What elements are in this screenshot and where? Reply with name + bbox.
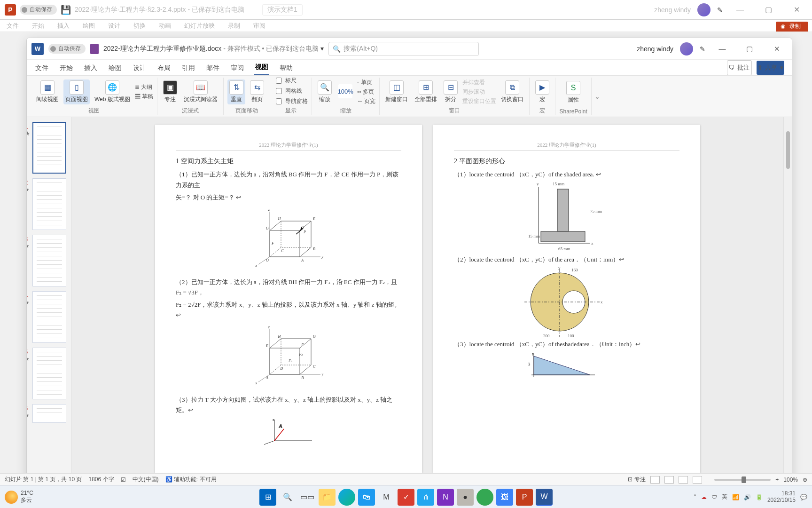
edge-icon[interactable] [338,489,355,506]
share-button[interactable]: ⇧ 共享 ▾ [757,61,784,75]
thumbnail-2[interactable]: 2★ [32,178,66,230]
pp-share-button[interactable]: ◉ 录制 [776,22,808,32]
todo-icon[interactable]: ✓ [398,489,414,506]
web-view-button[interactable] [679,476,688,484]
nav-pane-checkbox[interactable]: 导航窗格 [274,97,308,106]
one-page-button[interactable]: ▫ 单页 [357,79,375,87]
vertical-scrollbar[interactable] [783,117,792,508]
properties-button[interactable]: S属性 [564,80,582,105]
pp-tab[interactable]: 设计 [105,20,123,32]
zoom-in-button[interactable]: + [775,476,779,483]
onenote-icon[interactable]: N [437,489,454,506]
wechat-icon[interactable] [476,489,493,506]
multi-page-button[interactable]: ▫▫ 多页 [357,88,375,96]
language-icon[interactable]: 英 [722,493,727,501]
arrange-all-button[interactable]: ⊞全部重排 [413,79,439,104]
side-to-side-button[interactable]: ⇆翻页 [248,79,266,104]
tab-home[interactable]: 开始 [59,61,74,75]
accessibility-indicator[interactable]: ♿ 辅助功能: 不可用 [165,476,217,484]
tab-view[interactable]: 视图 [254,60,269,75]
pp-tab[interactable]: 幻灯片放映 [181,20,218,32]
thumbnail-5[interactable]: 5★ [32,348,66,399]
powerpoint-taskbar-icon[interactable]: P [516,489,533,506]
tab-layout[interactable]: 布局 [156,61,172,75]
tab-mailings[interactable]: 邮件 [205,61,220,75]
volume-icon[interactable]: 🔊 [744,494,751,500]
print-layout-button[interactable]: ▯页面视图 [63,79,90,104]
immersive-reader-button[interactable]: 📖沉浸式阅读器 [182,79,219,104]
word-maximize-button[interactable]: ▢ [739,45,760,53]
pp-secondary-tab[interactable]: 演示文档1 [262,4,303,16]
zoom-out-button[interactable]: – [707,476,710,483]
new-window-button[interactable]: ◫新建窗口 [383,79,410,104]
spellcheck-icon[interactable]: ☑ [121,476,126,483]
thumbnail-6[interactable]: 6★ [32,404,66,423]
weather-widget[interactable]: 21°C多云 [5,490,33,504]
tab-design[interactable]: 设计 [132,61,147,75]
tab-insert[interactable]: 插入 [83,61,98,75]
focus-mode-button[interactable]: ▣专注 [161,79,179,104]
fit-window-button[interactable]: ⊕ [803,476,807,483]
pen-icon[interactable]: ✎ [700,45,705,53]
pp-minimize-button[interactable]: — [729,6,751,14]
pp-close-button[interactable]: ✕ [786,5,807,14]
clock[interactable]: 18:312022/10/15 [767,491,796,504]
battery-icon[interactable]: 🔋 [756,494,763,500]
zoom-100-button[interactable]: 100% [336,83,354,100]
thumbnail-pane[interactable]: 1★ 2★ 3★ 4★ 5★ 6★ [27,117,72,508]
word-taskbar-icon[interactable]: W [536,489,553,506]
web-layout-button[interactable]: 🌐Web 版式视图 [93,79,132,104]
save-icon[interactable]: 💾 [61,5,71,15]
vscode-icon[interactable]: ⋔ [417,489,434,506]
tray-chevron-icon[interactable]: ˄ [694,494,696,500]
zoom-percent[interactable]: 100% [783,476,798,483]
zoom-slider[interactable] [714,479,771,481]
word-user-avatar[interactable] [680,42,693,56]
word-search-box[interactable]: 🔍 搜索(Alt+Q) [328,42,479,56]
word-count[interactable]: 1806 个字 [88,476,114,484]
pp-tab[interactable]: 切换 [131,20,148,32]
pp-tab[interactable]: 审阅 [250,20,268,32]
word-close-button[interactable]: ✕ [766,45,787,53]
tab-file[interactable]: 文件 [34,61,49,75]
tab-references[interactable]: 引用 [181,61,196,75]
pp-tab[interactable]: 文件 [4,20,22,32]
focus-button[interactable]: ⊡ 专注 [628,476,645,484]
tab-review[interactable]: 审阅 [230,61,245,75]
pp-tab[interactable]: 录制 [225,20,243,32]
ruler-checkbox[interactable]: 标尺 [274,76,308,85]
notifications-icon[interactable]: 💬 [800,494,807,500]
switch-windows-button[interactable]: ⧉切换窗口 [499,79,525,104]
store-icon[interactable]: 🛍 [358,489,375,506]
tab-help[interactable]: 帮助 [279,61,294,75]
pp-tab[interactable]: 插入 [55,20,72,32]
zoom-button[interactable]: 🔍缩放 [316,79,334,104]
start-button[interactable]: ⊞ [259,489,276,506]
pp-maximize-button[interactable]: ▢ [757,5,779,14]
comments-button[interactable]: 🗨 批注 [727,60,752,75]
language-indicator[interactable]: 中文(中国) [133,476,159,484]
draft-button[interactable]: ☰ 草稿 [135,93,153,101]
word-minimize-button[interactable]: — [712,45,733,53]
vertical-button[interactable]: ⇅垂直 [227,79,245,104]
pp-autosave-toggle[interactable]: 自动保存 [20,5,57,15]
reading-view-button[interactable] [664,476,674,484]
ribbon-collapse-button[interactable]: ⌄ [592,78,603,115]
security-icon[interactable]: 🛡 [711,494,717,500]
search-button[interactable]: 🔍 [279,489,296,506]
app-icon[interactable]: ● [457,489,474,506]
pp-tab[interactable]: 动画 [156,20,174,32]
split-button[interactable]: ⊟拆分 [442,79,460,104]
mail-icon[interactable]: M [378,489,395,506]
pp-user-avatar[interactable] [697,3,710,16]
thumbnail-1[interactable]: 1★ [32,122,66,174]
thumbnail-3[interactable]: 3★ [32,235,66,286]
task-view-button[interactable]: ▭▭ [299,489,316,506]
pp-tab[interactable]: 开始 [29,20,47,32]
photos-icon[interactable]: 🖼 [496,489,513,506]
wifi-icon[interactable]: 📶 [732,494,739,500]
file-explorer-icon[interactable]: 📁 [319,489,336,506]
page-width-button[interactable]: ↔ 页宽 [357,97,375,105]
page-canvas[interactable]: 2022 理论力学重修作业(1) 1 空间力系主矢主矩 （1）已知一正方体，边长… [72,117,783,508]
macros-button[interactable]: ▶宏 [533,79,551,104]
